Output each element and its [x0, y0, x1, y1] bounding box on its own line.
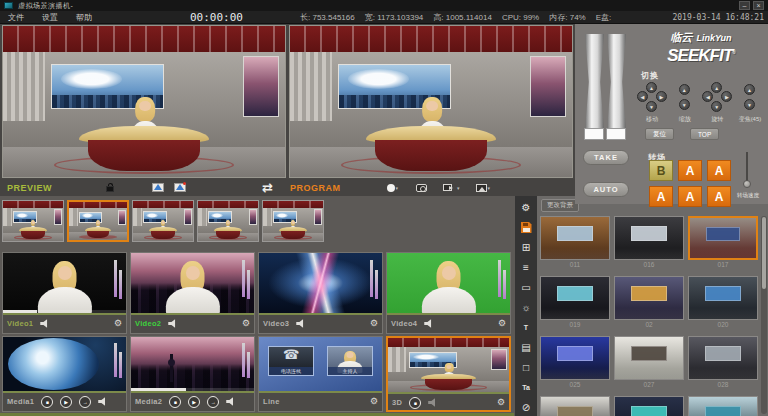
speaker-icon[interactable]	[428, 398, 438, 407]
transition-speed-slider[interactable]: 转场速度	[745, 152, 749, 190]
settings-gear-icon[interactable]: ⚙	[497, 398, 505, 407]
shot-thumb-4[interactable]	[262, 200, 324, 242]
monitor-icon[interactable]: ▭	[518, 280, 534, 295]
source-media1[interactable]: Media1■▶→	[2, 336, 127, 412]
scene-item-017[interactable]: 017	[688, 216, 758, 270]
studio-side-screen	[491, 349, 507, 371]
source-video2[interactable]: Video2⚙	[130, 252, 255, 334]
pad-1-down-button[interactable]: ▼	[679, 99, 690, 110]
source-3d[interactable]: 3D■⚙	[386, 336, 511, 412]
add-scene-icon[interactable]: ⊞	[518, 240, 534, 255]
pad-2-down-button[interactable]: ▼	[711, 101, 722, 112]
speaker-icon[interactable]	[226, 397, 236, 406]
source-line[interactable]: ☎电话连线主持人Line⚙	[258, 336, 383, 412]
shot-thumb-1[interactable]	[67, 200, 129, 242]
light-icon[interactable]: ☼	[518, 300, 534, 315]
swap-preview-program-icon[interactable]: ⇄	[262, 179, 273, 196]
minimize-button[interactable]: –	[739, 1, 750, 10]
pad-2-left-button[interactable]: ◀	[702, 91, 713, 102]
pad-3-up-button[interactable]: ▲	[744, 84, 755, 95]
settings-gear-icon[interactable]: ⚙	[498, 319, 506, 328]
transition-btn-1-0[interactable]: A	[649, 186, 673, 207]
speaker-icon[interactable]	[98, 397, 108, 406]
scene-item-028[interactable]: 028	[688, 336, 758, 390]
settings-gear-icon[interactable]: ⚙	[114, 319, 122, 328]
lock-icon[interactable]	[106, 183, 114, 192]
auto-button[interactable]: AUTO	[583, 182, 629, 197]
transition-btn-0-1[interactable]: A	[678, 160, 702, 181]
file-icon[interactable]: □	[518, 360, 534, 375]
settings-gear-icon[interactable]: ⚙	[518, 200, 534, 215]
menu-help[interactable]: 帮助	[76, 12, 92, 23]
scene-item-03[interactable]: 03	[614, 396, 684, 416]
font-icon[interactable]: Ta	[518, 380, 534, 395]
settings-gear-icon[interactable]: ⚙	[242, 319, 250, 328]
program-monitor[interactable]	[289, 25, 573, 178]
layers-icon[interactable]: ▤	[518, 340, 534, 355]
record-button[interactable]: ▾	[387, 184, 399, 192]
mask-a-icon[interactable]	[152, 183, 164, 192]
image-output-button[interactable]: ▾	[476, 184, 491, 192]
source-video1[interactable]: Video1⚙	[2, 252, 127, 334]
mask-b-icon[interactable]	[174, 183, 186, 192]
scene-scrollbar[interactable]	[761, 216, 767, 414]
speaker-icon[interactable]	[424, 319, 434, 328]
pad-0-left-button[interactable]: ◀	[637, 91, 648, 102]
scene-item-016[interactable]: 016	[614, 216, 684, 270]
menu-settings[interactable]: 设置	[42, 12, 58, 23]
preview-monitor[interactable]	[2, 25, 286, 178]
pad-1-up-button[interactable]: ▲	[679, 84, 690, 95]
scene-item-011[interactable]: 011	[540, 216, 610, 270]
pad-2-up-button[interactable]: ▲	[711, 82, 722, 93]
source-media2[interactable]: Media2■▶→	[130, 336, 255, 412]
scene-item-027[interactable]: 027	[614, 336, 684, 390]
scene-item-019[interactable]: 019	[540, 276, 610, 330]
media-loop-button[interactable]: →	[79, 396, 91, 408]
speaker-icon[interactable]	[168, 319, 178, 328]
slider-knob[interactable]	[743, 180, 751, 188]
media-stop-button[interactable]: ■	[409, 397, 421, 409]
speaker-icon[interactable]	[296, 319, 306, 328]
pad-0-right-button[interactable]: ▶	[656, 91, 667, 102]
shot-thumb-2[interactable]	[132, 200, 194, 242]
scene-item-031[interactable]: 031	[688, 396, 758, 416]
shot-thumb-3[interactable]	[197, 200, 259, 242]
playlist-icon[interactable]: ≡	[518, 260, 534, 275]
transition-btn-1-2[interactable]: A	[707, 186, 731, 207]
stream-button[interactable]: ▾	[443, 184, 460, 191]
scene-item-025[interactable]: 025	[540, 336, 610, 390]
shot-thumb-0[interactable]	[2, 200, 64, 242]
change-background-tab[interactable]: 更改背景	[541, 199, 579, 212]
source-video4[interactable]: Video4⚙	[386, 252, 511, 334]
settings-gear-icon[interactable]: ⚙	[370, 397, 378, 406]
scrollbar-thumb[interactable]	[762, 217, 766, 289]
reset-button[interactable]: 复位	[645, 128, 674, 140]
media-stop-button[interactable]: ■	[169, 396, 181, 408]
snapshot-button[interactable]	[416, 184, 427, 192]
save-icon[interactable]	[518, 220, 534, 235]
scene-item-020[interactable]: 020	[688, 276, 758, 330]
media-play-button[interactable]: ▶	[188, 396, 200, 408]
speaker-icon[interactable]	[40, 319, 50, 328]
transition-btn-0-2[interactable]: A	[707, 160, 731, 181]
transition-btn-0-0[interactable]: B	[649, 160, 673, 181]
media-stop-button[interactable]: ■	[41, 396, 53, 408]
media-loop-button[interactable]: →	[207, 396, 219, 408]
close-button[interactable]: ×	[753, 1, 764, 10]
pad-0-up-button[interactable]: ▲	[646, 82, 657, 93]
scene-item-02[interactable]: 02	[614, 276, 684, 330]
t-bar-fader[interactable]	[585, 34, 629, 146]
media-play-button[interactable]: ▶	[60, 396, 72, 408]
pad-0-down-button[interactable]: ▼	[646, 101, 657, 112]
settings-gear-icon[interactable]: ⚙	[370, 319, 378, 328]
menu-file[interactable]: 文件	[8, 12, 24, 23]
pad-2-right-button[interactable]: ▶	[721, 91, 732, 102]
subtitle-icon[interactable]: T	[518, 320, 534, 335]
pad-3-down-button[interactable]: ▼	[744, 99, 755, 110]
top-button[interactable]: TOP	[690, 128, 719, 140]
scene-item-030[interactable]: 030	[540, 396, 610, 416]
transition-btn-1-1[interactable]: A	[678, 186, 702, 207]
take-button[interactable]: TAKE	[583, 150, 629, 165]
source-video3[interactable]: Video3⚙	[258, 252, 383, 334]
stamp-icon[interactable]: ⊘	[518, 400, 534, 415]
